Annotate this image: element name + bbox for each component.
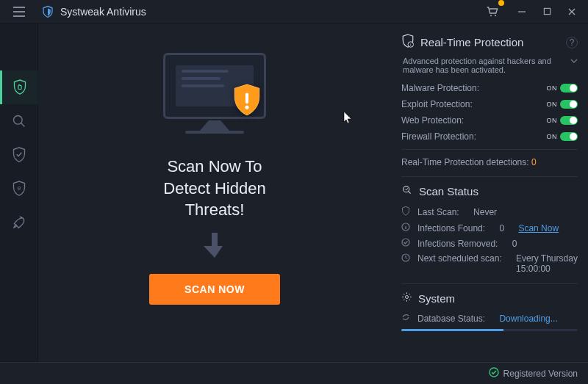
scan-status-block: Scan Status Last Scan: Never Infections … bbox=[401, 184, 578, 284]
sidebar-item-protection[interactable] bbox=[0, 138, 38, 172]
tagline: Scan Now To Detect Hidden Threats! bbox=[163, 156, 265, 221]
system-block: System Database Status: Downloading... bbox=[401, 291, 578, 334]
db-status-value: Downloading... bbox=[499, 314, 557, 324]
scan-now-button[interactable]: SCAN NOW bbox=[149, 274, 280, 305]
svg-text:i: i bbox=[410, 43, 411, 47]
app-logo-icon bbox=[41, 5, 54, 18]
svg-point-7 bbox=[245, 106, 248, 109]
minimize-button[interactable] bbox=[512, 1, 532, 22]
cursor-icon bbox=[343, 112, 354, 127]
maximize-button[interactable] bbox=[537, 1, 557, 22]
svg-rect-6 bbox=[245, 93, 248, 104]
check-shield-icon bbox=[401, 206, 412, 218]
rtp-subtitle: Advanced protection against hackers and … bbox=[403, 57, 566, 74]
real-time-protection-block: i Real-Time Protection ? Advanced protec… bbox=[401, 34, 578, 177]
gear-icon bbox=[401, 291, 412, 305]
info-icon bbox=[401, 222, 412, 233]
main-panel: Scan Now To Detect Hidden Threats! SCAN … bbox=[38, 23, 391, 362]
shield-warning-icon bbox=[232, 84, 262, 122]
sidebar: e bbox=[0, 23, 38, 362]
sidebar-item-home[interactable] bbox=[0, 70, 38, 104]
svg-point-4 bbox=[13, 116, 22, 125]
svg-text:e: e bbox=[17, 185, 21, 192]
close-button[interactable] bbox=[562, 1, 582, 22]
app-title: Systweak Antivirus bbox=[60, 6, 146, 18]
toggle-row-exploit: Exploit Protection: ON bbox=[401, 96, 578, 112]
svg-rect-2 bbox=[544, 8, 550, 14]
clock-icon bbox=[401, 253, 412, 264]
toggle-row-malware: Malware Protection: ON bbox=[401, 80, 578, 96]
monitor-illustration bbox=[159, 53, 270, 141]
toggle-row-firewall: Firewall Protection: ON bbox=[401, 128, 578, 145]
chevron-down-icon[interactable] bbox=[570, 57, 578, 65]
svg-point-1 bbox=[495, 15, 496, 16]
sidebar-item-quarantine[interactable]: e bbox=[0, 172, 38, 206]
toggle-row-web: Web Protection: ON bbox=[401, 112, 578, 128]
svg-point-12 bbox=[402, 239, 409, 246]
toggle-exploit[interactable] bbox=[560, 100, 578, 109]
sidebar-item-scan[interactable] bbox=[0, 104, 38, 138]
toggle-web[interactable] bbox=[560, 116, 578, 125]
svg-point-0 bbox=[490, 15, 492, 16]
svg-rect-3 bbox=[18, 86, 21, 90]
sidebar-item-boost[interactable] bbox=[0, 206, 38, 239]
download-progress bbox=[401, 329, 578, 331]
toggle-firewall[interactable] bbox=[560, 132, 578, 141]
registered-label: Registered Version bbox=[503, 369, 578, 379]
rtp-title: Real-Time Protection bbox=[420, 36, 523, 48]
arrow-down-icon bbox=[204, 233, 226, 262]
system-title: System bbox=[418, 292, 455, 305]
toggle-malware[interactable] bbox=[560, 84, 578, 93]
svg-point-14 bbox=[406, 296, 409, 299]
cart-icon[interactable] bbox=[482, 1, 503, 22]
help-icon[interactable]: ? bbox=[566, 37, 578, 48]
sync-icon bbox=[401, 313, 412, 324]
check-circle-icon bbox=[401, 238, 412, 249]
scan-icon bbox=[401, 184, 413, 198]
rtp-detections: Real-Time Protection detections: 0 bbox=[401, 154, 578, 169]
menu-button[interactable] bbox=[0, 0, 38, 23]
shield-info-icon: i bbox=[401, 34, 415, 51]
scan-status-title: Scan Status bbox=[419, 185, 478, 198]
check-icon bbox=[489, 367, 499, 380]
title-bar: Systweak Antivirus bbox=[0, 0, 588, 23]
right-panel: i Real-Time Protection ? Advanced protec… bbox=[391, 23, 588, 362]
scan-now-link[interactable]: Scan Now bbox=[518, 223, 559, 233]
footer: Registered Version bbox=[0, 362, 588, 384]
